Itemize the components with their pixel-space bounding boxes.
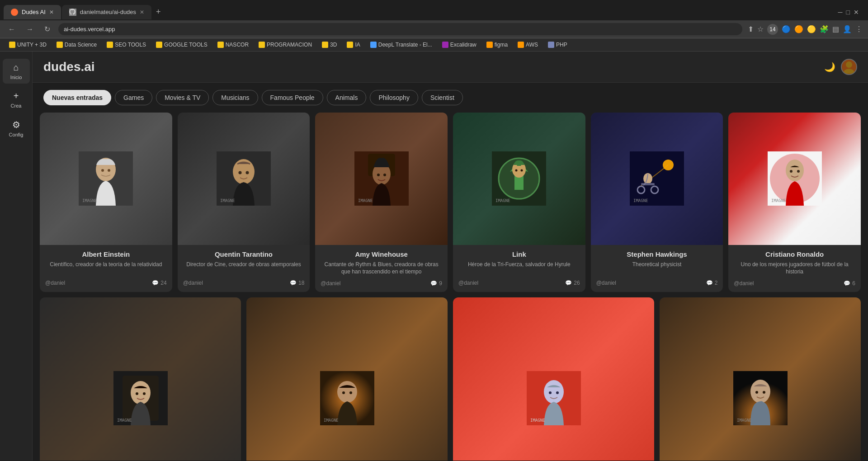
tab-philosophy[interactable]: Philosophy [370,90,418,105]
sidebar-item-inicio[interactable]: ⌂ Inicio [3,59,30,84]
bookmark-figma[interactable]: figma [483,40,511,49]
back-button[interactable]: ← [5,24,18,35]
new-tab-button[interactable]: + [152,4,165,20]
svg-point-24 [515,169,518,172]
bookmark-3d[interactable]: 3D [318,40,340,49]
card-bezos[interactable]: IMAGNE Jeff Bezos CEO Amazon @daniel 💬 6 [246,297,448,461]
card-body-tarantino: Quentin Tarantino Director de Cine, crea… [178,245,310,292]
card-hawkings[interactable]: IMAGNE Stephen Hawkings Theoretical phys… [591,113,723,292]
card-comments-hawkings: 💬 2 [706,280,718,286]
tab-animals[interactable]: Animals [327,90,367,105]
bookmark-icon[interactable]: ☆ [757,25,764,33]
sidebar-toggle-icon[interactable]: ▤ [832,25,839,33]
user-avatar[interactable] [841,59,857,75]
card-ronaldo[interactable]: IMAGNE Cristiano Ronaldo Uno de los mejo… [728,113,861,292]
bookmark-googletools[interactable]: GOOGLE TOOLS [152,40,211,49]
bookmark-deepl[interactable]: DeepL Translate - El... [367,40,436,49]
dark-mode-toggle[interactable]: 🌙 [824,61,835,72]
card-name-link: Link [458,250,580,258]
card-zuckerberg[interactable]: IMAGNE Mark Zuckerberg CEO & fundador de… [453,297,654,461]
bookmark-label-seotools: SEO TOOLS [115,42,146,48]
menu-dots[interactable]: ⋮ [855,25,863,33]
bookmark-programacion[interactable]: PROGRAMACION [255,40,316,49]
forward-button[interactable]: → [24,24,36,35]
svg-text:IMAGNE: IMAGNE [771,198,786,203]
tab-musicians[interactable]: Musicians [212,90,258,105]
tab-github[interactable]: danielmateu/ai-dudes ✕ [62,5,151,19]
comment-icon-tarantino: 💬 [290,280,297,286]
comment-icon-amy: 💬 [430,280,437,287]
tab-movies-tv[interactable]: Movies & TV [156,90,209,105]
card-amy[interactable]: IMAGNE Amy Winehouse Cantante de Rythm &… [315,113,448,292]
header-right: 🌙 [824,59,857,75]
bookmark-php[interactable]: PHP [544,40,571,49]
extension-icon-3[interactable]: 🟡 [807,25,816,33]
sidebar-label-crea: Crea [11,103,22,108]
sidebar-item-config[interactable]: ⚙ Config [3,116,30,141]
bookmark-nascor[interactable]: NASCOR [214,40,252,49]
card-author-link: @daniel [458,280,478,286]
extension-icon-2[interactable]: 🟠 [794,25,803,33]
puzzle-icon[interactable]: 🧩 [820,25,829,33]
tab-close-1[interactable]: ✕ [49,9,54,15]
card-desc-ronaldo: Uno de los mejores jugadores de fútbol d… [734,261,855,276]
svg-point-16 [377,174,380,176]
card-author-amy: @daniel [321,280,340,287]
bookmark-aws[interactable]: AWS [514,40,542,49]
tab-games[interactable]: Games [115,90,152,105]
sidebar-item-crea[interactable]: + Crea [3,87,30,112]
tab-favicon-2 [69,9,76,16]
bookmark-datascience[interactable]: Data Science [53,40,100,49]
app-header: dudes.ai 🌙 [33,52,868,83]
svg-rect-27 [630,151,684,206]
bookmark-icon-aws [518,42,524,48]
bookmark-unity[interactable]: UNITY + 3D [5,40,50,49]
card-comments-link: 💬 26 [565,280,580,286]
main-area: dudes.ai 🌙 Nuevas entradas Games Movies … [33,52,868,461]
tab-favicon-1 [11,9,18,16]
bookmark-ia[interactable]: IA [343,40,363,49]
minimize-button[interactable]: ─ [838,9,843,16]
card-author-ronaldo: @daniel [734,280,754,287]
close-window-button[interactable]: ✕ [854,9,859,16]
share-icon[interactable]: ⬆ [748,25,754,33]
tab-famous-people[interactable]: Famous People [262,90,323,105]
refresh-button[interactable]: ↻ [42,23,53,35]
tab-dudes-ai[interactable]: Dudes AI ✕ [4,5,61,19]
card-link[interactable]: IMAGNE Link Héroe de la Tri-Fuerza, salv… [453,113,585,292]
extension-icon-1[interactable]: 🔵 [782,25,791,33]
card-body-hawkings: Stephen Hawkings Theoretical physicist @… [591,245,723,292]
comment-icon-hawkings: 💬 [706,280,713,286]
tab-scientist[interactable]: Scientist [422,90,463,105]
url-input[interactable] [58,23,742,35]
card-image-musk: IMAGNE [660,297,861,461]
card-comments-tarantino: 💬 18 [290,280,304,286]
card-tarantino[interactable]: IMAGNE Quentin Tarantino Director de Cin… [178,113,310,292]
card-image-ronaldo: IMAGNE [728,113,861,245]
card-einstein[interactable]: IMAGNE Albert Einstein Científico, cread… [40,113,172,292]
bookmark-icon-googletools [156,42,162,48]
bookmark-icon-ia [347,42,353,48]
tab-nuevas-entradas[interactable]: Nuevas entradas [43,90,111,105]
app-container: ⌂ Inicio + Crea ⚙ Config dudes.ai 🌙 Nuev… [0,52,868,461]
comment-count-hawkings: 2 [715,280,718,286]
svg-text:IMAGNE: IMAGNE [358,198,373,203]
svg-text:IMAGNE: IMAGNE [324,418,339,423]
card-image-einstein: IMAGNE [40,113,172,245]
profile-badge[interactable]: 14 [767,24,778,35]
comment-count-tarantino: 18 [298,280,304,286]
user-avatar-browser[interactable]: 👤 [843,25,852,33]
maximize-button[interactable]: □ [846,9,850,16]
svg-point-54 [549,391,552,394]
card-name-einstein: Albert Einstein [45,250,167,258]
card-eminem[interactable]: IMAGNE Eminem Leyenda del rap, conocido … [40,297,241,461]
bookmark-icon-nascor [217,42,224,48]
card-image-hawkings: IMAGNE [591,113,723,245]
comment-icon-ronaldo: 💬 [844,280,850,287]
tab-close-2[interactable]: ✕ [140,9,144,15]
bookmark-excalidraw[interactable]: Excalidraw [439,40,480,49]
bookmark-seotools[interactable]: SEO TOOLS [103,40,150,49]
card-musk[interactable]: IMAGNE Elon Musk CEO & Fundador de Tesla… [660,297,861,461]
content-area: IMAGNE Albert Einstein Científico, cread… [33,113,868,461]
bookmark-label-ia: IA [355,42,360,48]
